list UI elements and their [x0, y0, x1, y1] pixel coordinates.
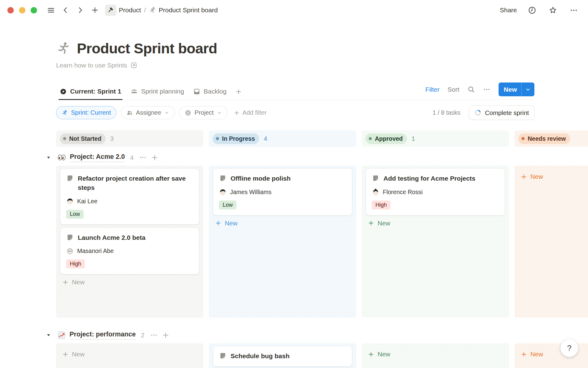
new-dropdown-icon[interactable]: [521, 82, 534, 96]
add-view-icon[interactable]: [232, 86, 245, 100]
cell-performance-approved: New: [362, 343, 509, 368]
status-pill-in-progress[interactable]: In Progress: [213, 133, 259, 144]
collapse-triangle-icon[interactable]: [46, 332, 51, 338]
group-header-performance: Project: performance 2: [46, 331, 588, 339]
breadcrumb-root[interactable]: Product: [119, 6, 141, 14]
learn-sprints-link[interactable]: Learn how to use Sprints: [56, 62, 138, 69]
priority-tag: Low: [219, 201, 236, 209]
status-dot: [63, 137, 66, 140]
collapse-triangle-icon[interactable]: [46, 155, 51, 160]
complete-sprint-button[interactable]: Complete sprint: [469, 105, 534, 120]
breadcrumb-current[interactable]: Product Sprint board: [159, 6, 218, 14]
card-launch-acme-beta[interactable]: Launch Acme 2.0 beta Masanori Abe High: [60, 228, 199, 274]
group-add-icon[interactable]: [151, 154, 158, 161]
filter-pill-assignee[interactable]: Assignee: [121, 106, 175, 119]
nav-forward-icon[interactable]: [74, 4, 86, 16]
search-icon[interactable]: [467, 86, 475, 93]
inbox-icon: [193, 88, 200, 95]
group-header-acme: Project: Acme 2.0 4: [46, 153, 588, 162]
filter-pill-sprint[interactable]: Sprint: Current: [56, 106, 116, 119]
kanban-board: Not Started 3 In Progress 4 Approved 1: [56, 130, 588, 368]
minimize-window-button[interactable]: [19, 7, 25, 13]
view-tabs-bar: Current: Sprint 1 Sprint planning Backlo…: [56, 82, 534, 100]
group-more-icon[interactable]: [150, 331, 158, 339]
page-icon: [66, 234, 74, 241]
group-more-icon[interactable]: [139, 154, 147, 161]
star-icon[interactable]: [547, 4, 559, 16]
breadcrumb: Product / Product Sprint board: [105, 5, 218, 16]
close-window-button[interactable]: [7, 7, 14, 13]
zoom-window-button[interactable]: [31, 7, 37, 13]
avatar: [66, 247, 74, 255]
plus-icon: [62, 279, 69, 286]
nav-back-icon[interactable]: [60, 4, 71, 16]
column-header-not-started: Not Started 3: [56, 130, 203, 147]
new-card-button[interactable]: New: [213, 216, 352, 231]
new-card-button[interactable]: New: [366, 216, 505, 231]
new-card-button[interactable]: New: [60, 347, 199, 362]
progress-ring-icon: [474, 109, 481, 116]
card-schedule-bug-bash[interactable]: Schedule bug bash: [213, 346, 352, 366]
group-add-icon[interactable]: [162, 332, 169, 339]
new-button[interactable]: New: [499, 82, 534, 96]
play-circle-icon: [60, 88, 67, 95]
target-icon: [185, 109, 191, 116]
column-header-row: Not Started 3 In Progress 4 Approved 1: [56, 130, 588, 147]
sort-link[interactable]: Sort: [447, 86, 459, 93]
hammer-icon[interactable]: [105, 5, 116, 16]
column-header-needs-review: Needs review: [514, 130, 588, 147]
tab-sprint-planning[interactable]: Sprint planning: [127, 85, 188, 100]
plus-icon: [234, 110, 240, 116]
page-icon: [219, 174, 227, 182]
add-filter-button[interactable]: Add filter: [232, 109, 269, 116]
page-icon: [219, 352, 227, 360]
card-refactor-project-creation[interactable]: Refactor project creation after save ste…: [60, 169, 199, 224]
share-button[interactable]: Share: [500, 6, 517, 14]
status-dot: [522, 137, 525, 140]
column-count: 4: [264, 135, 267, 142]
new-card-button[interactable]: New: [60, 275, 199, 289]
people-icon: [130, 88, 138, 95]
priority-tag: High: [66, 259, 85, 268]
task-counter: 1 / 8 tasks: [432, 109, 460, 116]
tab-current-sprint[interactable]: Current: Sprint 1: [56, 85, 125, 100]
cell-acme-needs-review: New: [514, 166, 588, 318]
card-add-testing[interactable]: Add testing for Acme Projects Florence R…: [366, 169, 505, 215]
status-dot: [369, 137, 372, 140]
page-icon: [66, 174, 74, 182]
priority-tag: Low: [66, 210, 84, 219]
assignee-name: Kai Lee: [77, 198, 97, 205]
help-button[interactable]: ?: [560, 339, 578, 357]
cell-acme-approved: Add testing for Acme Projects Florence R…: [362, 166, 509, 318]
status-dot: [216, 137, 219, 140]
filter-link[interactable]: Filter: [425, 86, 440, 93]
assignee-name: James Williams: [230, 189, 271, 196]
group-count: 2: [141, 332, 144, 339]
people-icon: [126, 109, 133, 116]
status-pill-not-started[interactable]: Not Started: [60, 133, 106, 144]
clock-icon[interactable]: [526, 4, 538, 16]
chevron-down-icon: [217, 110, 222, 115]
cell-acme-in-progress: Offline mode polish James Williams Low N…: [209, 166, 356, 318]
page-icon: [372, 174, 379, 182]
sidebar-menu-icon[interactable]: [45, 4, 57, 16]
assignee-name: Florence Rossi: [383, 189, 423, 196]
group-title[interactable]: Project: Acme 2.0: [70, 153, 125, 162]
new-card-button[interactable]: New: [366, 347, 505, 362]
view-options-icon[interactable]: [483, 86, 491, 93]
status-pill-approved[interactable]: Approved: [365, 133, 407, 144]
assignee-name: Masanori Abe: [77, 247, 114, 255]
more-options-icon[interactable]: [568, 4, 579, 16]
plus-icon: [521, 174, 527, 180]
status-pill-needs-review[interactable]: Needs review: [518, 133, 570, 144]
new-card-button[interactable]: New: [519, 169, 588, 184]
card-offline-mode-polish[interactable]: Offline mode polish James Williams Low: [213, 169, 352, 215]
group-title[interactable]: Project: performance: [70, 331, 136, 339]
new-page-icon[interactable]: [89, 4, 101, 16]
tab-backlog[interactable]: Backlog: [190, 85, 230, 100]
chevron-down-icon: [164, 110, 169, 115]
avatar: [219, 188, 227, 196]
filter-pill-project[interactable]: Project: [179, 106, 227, 119]
page-icon-runner[interactable]: [56, 41, 71, 56]
column-count: 1: [412, 135, 415, 142]
